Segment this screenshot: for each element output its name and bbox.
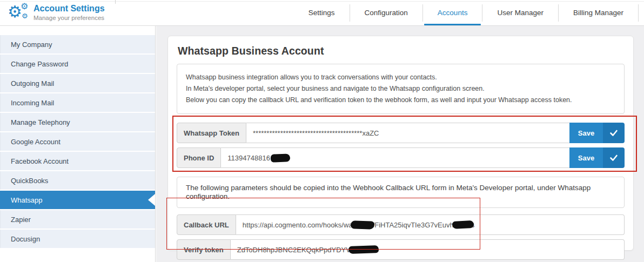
tab-billing-manager[interactable]: Billing Manager [559, 0, 638, 26]
sidebar-item-facebook-account[interactable]: Facebook Account [0, 152, 155, 170]
intro-box: Whatsapp business integration allows you… [177, 64, 625, 114]
intro-line: Whatsapp business integration allows you… [186, 73, 615, 82]
tab-configuration[interactable]: Configuration [350, 0, 422, 26]
top-nav-tabs: Settings Configuration Accounts User Man… [294, 0, 644, 26]
check-icon [603, 147, 625, 168]
sidebar-item-docusign[interactable]: Docusign [0, 230, 155, 248]
callback-url-row: Callback URL https://api.cogmento.com/ho… [177, 214, 625, 235]
webhook-note: The following parameters should be copie… [177, 177, 625, 208]
page-header: ⚙ ⚙ ⚙ Account Settings Manage your prefe… [0, 0, 644, 26]
section-title: Whatsapp Business Account [178, 45, 625, 57]
content-area: Whatsapp Business Account Whatsapp busin… [156, 26, 644, 262]
page-title: Account Settings [33, 4, 105, 14]
sidebar-item-whatsapp[interactable]: Whatsapp [0, 191, 155, 209]
callback-url-input[interactable]: https://api.cogmento.com/hooks/wa fFiHTA… [236, 214, 625, 235]
callback-url-label: Callback URL [177, 214, 236, 235]
intro-line: In Meta's developer portal, select your … [186, 85, 615, 93]
sidebar-item-google-account[interactable]: Google Account [0, 132, 155, 151]
account-settings-page: ⚙ ⚙ ⚙ Account Settings Manage your prefe… [0, 0, 644, 262]
verify-token-row: Verify token ZdToDH8hpJBNC2EKQqkPpdYDYV [177, 239, 625, 260]
check-icon [603, 123, 625, 143]
crop-artifact-tick [115, 0, 116, 4]
sidebar-item-zapier[interactable]: Zapier [0, 210, 155, 229]
redaction-blob [452, 220, 474, 229]
app-identity: ⚙ ⚙ ⚙ Account Settings Manage your prefe… [0, 3, 105, 23]
verify-token-input[interactable]: ZdToDH8hpJBNC2EKQqkPpdYDYV [231, 239, 625, 260]
redaction-blob [271, 153, 291, 162]
intro-line: Below you can copy the callback URL and … [186, 96, 615, 104]
sidebar-item-change-password[interactable]: Change Password [0, 55, 155, 73]
whatsapp-token-label: Whatsapp Token [177, 123, 246, 143]
redaction-blob [350, 220, 374, 230]
settings-gears-icon: ⚙ ⚙ ⚙ [8, 3, 30, 23]
sidebar-item-manage-telephony[interactable]: Manage Telephony [0, 113, 155, 131]
verify-token-label: Verify token [177, 239, 231, 260]
whatsapp-settings-card: Whatsapp Business Account Whatsapp busin… [167, 36, 634, 251]
phone-id-label: Phone ID [177, 147, 221, 168]
settings-sidebar: My Company Change Password Outgoing Mail… [0, 26, 156, 262]
whatsapp-token-row: Whatsapp Token *************************… [177, 123, 625, 143]
sidebar-item-quickbooks[interactable]: QuickBooks [0, 171, 155, 190]
tab-settings[interactable]: Settings [294, 0, 350, 26]
page-subtitle: Manage your preferences [33, 14, 105, 22]
sidebar-item-incoming-mail[interactable]: Incoming Mail [0, 93, 155, 112]
tab-accounts[interactable]: Accounts [423, 0, 482, 26]
sidebar-item-outgoing-mail[interactable]: Outgoing Mail [0, 74, 155, 92]
phone-id-input[interactable]: 11394748816 [221, 147, 569, 168]
selected-notch [148, 194, 155, 206]
tab-divider [638, 4, 639, 22]
sidebar-item-my-company[interactable]: My Company [0, 35, 155, 53]
whatsapp-token-input[interactable]: ****************************************… [246, 123, 569, 143]
save-phone-button[interactable]: Save [569, 147, 625, 168]
save-token-button[interactable]: Save [569, 123, 625, 143]
tab-user-manager[interactable]: User Manager [482, 0, 558, 26]
phone-id-row: Phone ID 11394748816 Save [177, 147, 625, 168]
redaction-blob [348, 245, 379, 254]
